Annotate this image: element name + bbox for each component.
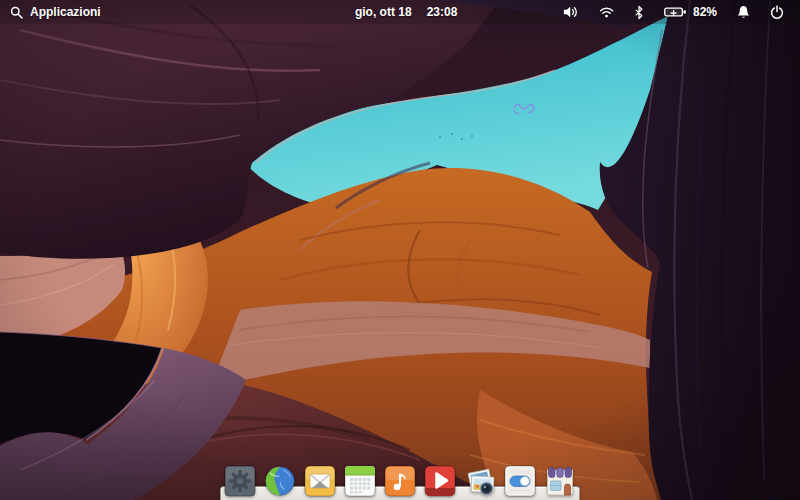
mail-envelope-icon <box>304 465 336 497</box>
top-panel: Applicazioni gio, ott 18 23:08 <box>0 0 800 24</box>
sound-indicator[interactable] <box>553 0 589 24</box>
dock-item-music[interactable] <box>384 465 416 497</box>
battery-charging-icon <box>664 6 687 18</box>
wifi-icon <box>599 6 614 18</box>
speaker-icon <box>563 5 579 19</box>
applications-menu[interactable]: Applicazioni <box>6 0 105 24</box>
photos-icon <box>464 465 496 497</box>
wallpaper-antelope-canyon <box>0 0 800 500</box>
system-indicators: 82% <box>553 0 794 24</box>
search-icon <box>10 6 23 19</box>
web-browser-globe-icon <box>264 465 296 497</box>
videos-play-icon <box>424 465 456 497</box>
dock-item-videos[interactable] <box>424 465 456 497</box>
battery-indicator[interactable]: 82% <box>654 0 727 24</box>
notifications-indicator[interactable] <box>727 0 760 24</box>
clock[interactable]: gio, ott 18 23:08 <box>355 0 457 24</box>
dock-icons <box>220 465 580 497</box>
dock-item-photos[interactable] <box>464 465 496 497</box>
power-icon <box>770 5 784 19</box>
music-note-icon <box>384 465 416 497</box>
dock-item-settings-gear[interactable] <box>224 465 256 497</box>
gear-icon <box>224 465 256 497</box>
clock-date: gio, ott 18 <box>355 5 412 19</box>
toggle-switch-icon <box>504 465 536 497</box>
applications-label: Applicazioni <box>30 5 101 19</box>
session-indicator[interactable] <box>760 0 794 24</box>
battery-percent: 82% <box>693 5 717 19</box>
bluetooth-icon <box>634 5 644 20</box>
clock-time: 23:08 <box>427 5 458 19</box>
bluetooth-indicator[interactable] <box>624 0 654 24</box>
dock-item-system-settings[interactable] <box>504 465 536 497</box>
bell-icon <box>737 5 750 19</box>
calendar-icon <box>344 465 376 497</box>
dock <box>220 463 580 500</box>
desktop: Applicazioni gio, ott 18 23:08 <box>0 0 800 500</box>
network-indicator[interactable] <box>589 0 624 24</box>
dock-item-web-browser[interactable] <box>264 465 296 497</box>
dock-item-calendar[interactable] <box>344 465 376 497</box>
appcenter-storefront-icon <box>544 465 576 497</box>
dock-item-mail[interactable] <box>304 465 336 497</box>
dock-item-appcenter[interactable] <box>544 465 576 497</box>
